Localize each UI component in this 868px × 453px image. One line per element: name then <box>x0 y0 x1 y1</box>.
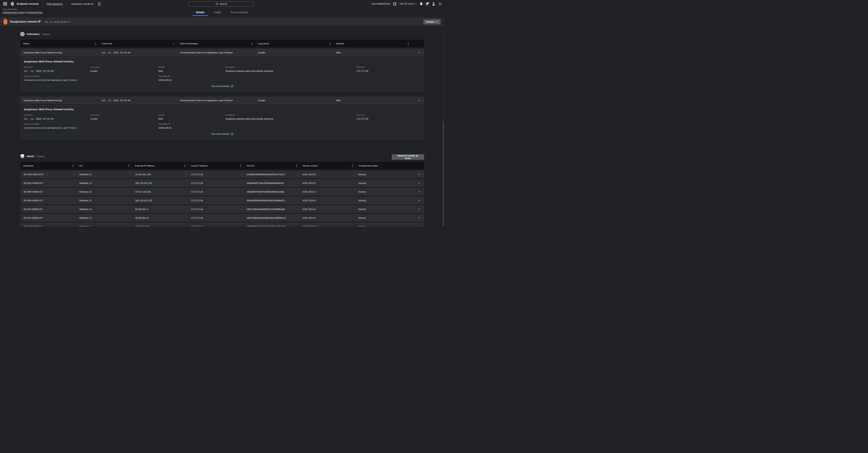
column-label: Local IP Address <box>191 165 208 167</box>
column-header-event-time[interactable]: Event time <box>101 42 180 45</box>
os: Windows 10 <box>79 199 135 202</box>
sort-icon[interactable] <box>184 164 186 167</box>
column-header-local-ip[interactable]: Local IP Address <box>191 164 247 167</box>
tab-events-timeline[interactable]: Events timeline <box>227 10 252 17</box>
chevron-down-icon <box>436 21 438 22</box>
indicator-detail-card: Suspicious Web Proxy Allowed Activity Ev… <box>21 57 424 91</box>
column-header-name[interactable]: Name <box>23 42 101 45</box>
local-ip: 172.17.0.26 <box>191 182 247 185</box>
chevron-down-icon[interactable] <box>414 174 424 175</box>
column-header-external-ip[interactable]: External IP Address <box>135 164 191 167</box>
external-link-icon <box>231 85 233 87</box>
sort-icon[interactable] <box>128 164 130 167</box>
indicator-row[interactable]: Suspicious Web Proxy Allowed Activity Ju… <box>21 49 424 56</box>
os: Windows 10 <box>79 217 135 219</box>
see-event-details-link[interactable]: See event details <box>21 85 424 87</box>
host-row[interactable]: SE-ZSA-WIN10-DT Windows 10 54.190.46.72 … <box>21 206 424 213</box>
data-sources-icon[interactable] <box>393 2 396 6</box>
network-contain-all-hosts-button[interactable]: Network contain all hosts <box>392 154 424 160</box>
sort-icon[interactable] <box>351 164 353 167</box>
hostname: SE-ZSA-WIN10-DT <box>24 217 79 219</box>
host-row[interactable]: SE-CRO-WIN10-DT Windows 10 34.220.251.14… <box>21 171 424 178</box>
messages-icon[interactable] <box>426 2 429 5</box>
menu-icon[interactable] <box>2 2 8 6</box>
tenant-name: XDR SE Demo <box>399 3 414 5</box>
column-label: Domain <box>336 42 344 45</box>
external-link-icon <box>231 133 233 135</box>
hosts-table: Hostname OS External IP Address Local IP… <box>21 162 424 227</box>
column-header-log-source[interactable]: Log source <box>258 42 336 45</box>
column-header-host-id[interactable]: Host ID <box>247 164 303 167</box>
column-header-sensor-version[interactable]: Sensor version <box>303 164 359 167</box>
global-search-input[interactable]: Search <box>189 1 254 6</box>
chevron-down-icon[interactable] <box>414 182 424 184</box>
column-header-containment-status[interactable]: Containment status <box>359 165 414 167</box>
host-row[interactable]: SE-RPA-WIN10-DT Windows 10 157.97.134.23… <box>21 188 424 195</box>
tactic-technique-link[interactable]: Command and Control via Application Laye… <box>24 79 158 81</box>
detection-tabs: Details Graph Events timeline <box>192 10 252 17</box>
host-id: bfb27ad62ab348a997ac0c0bbf65daf0 <box>247 208 303 210</box>
technique-link[interactable]: External Proxy <box>28 11 42 14</box>
indicator-name: Suspicious Web Proxy Allowed Activity <box>24 99 101 102</box>
host-id: 489a8f5f70b5479e946fc5854cf1c58e <box>247 191 303 193</box>
hosts-title: Hosts <box>27 155 34 158</box>
sort-icon[interactable] <box>95 42 96 45</box>
containment-status: Normal <box>358 199 414 202</box>
host-row[interactable]: SE-RPA-WIN10-DT Windows 10 185.219.141.2… <box>21 197 424 204</box>
containment-status: Normal <box>358 182 414 185</box>
chevron-down-icon[interactable] <box>414 200 424 201</box>
chevron-down-icon[interactable] <box>414 226 424 227</box>
sensor-version: 6.56.17010.0 <box>303 173 359 176</box>
column-header-tactic[interactable]: Tactic & technique <box>180 42 258 45</box>
top-bar: Endpoint security XDR detections › Suspi… <box>0 0 444 8</box>
column-label: Tactic & technique <box>180 42 198 45</box>
sort-asc-icon[interactable] <box>173 42 175 45</box>
breadcrumb-xdr-detections[interactable]: XDR detections <box>46 3 63 5</box>
chevron-down-icon[interactable] <box>414 217 424 219</box>
sort-icon[interactable] <box>240 164 242 167</box>
indicator-row[interactable]: Suspicious Web Proxy Allowed Activity Ju… <box>21 97 424 104</box>
actions-button[interactable]: Actions <box>424 19 441 24</box>
sort-icon[interactable] <box>72 164 74 167</box>
log-source-value: Zscaler <box>90 70 158 72</box>
sort-icon[interactable] <box>329 42 331 45</box>
sort-icon[interactable] <box>296 164 298 167</box>
tab-details[interactable]: Details <box>192 10 208 17</box>
hostname: XDR-STU-WIN10-1 <box>24 225 79 227</box>
tactic-technique-banner: Tactic & technique Command and Control v… <box>2 8 42 14</box>
chevron-up-icon[interactable] <box>414 52 424 53</box>
tactic-technique-link[interactable]: Command and Control via Application Laye… <box>24 126 158 129</box>
tab-graph[interactable]: Graph <box>210 10 225 17</box>
local-ip: 172.17.0.26 <box>191 225 247 227</box>
column-header-domain[interactable]: Domain <box>336 42 414 45</box>
notifications-bell-icon[interactable] <box>420 2 423 5</box>
host-row[interactable]: SE-ZSA-WIN10-DT Windows 10 35.89.186.117… <box>21 214 424 221</box>
scrollbar-thumb[interactable] <box>443 122 444 227</box>
see-event-details-link[interactable]: See event details <box>21 133 424 135</box>
theme-brightness-icon[interactable] <box>438 2 442 6</box>
hostname: SE-KKU-WIN10-DT <box>24 182 79 185</box>
search-placeholder: Search <box>220 3 227 5</box>
column-header-os[interactable]: OS <box>79 164 135 167</box>
external-ip: 34.220.251.149 <box>135 173 191 176</box>
chevron-up-icon[interactable] <box>414 100 424 101</box>
chevron-down-icon[interactable] <box>414 208 424 210</box>
hostname: SE-CRO-WIN10-DT <box>24 173 79 176</box>
bookmark-icon[interactable] <box>98 2 100 5</box>
host-row[interactable]: SE-KKU-WIN10-DT Windows 10 185.219.141.2… <box>21 179 424 187</box>
hosts-section-header: Hosts 7 items <box>20 154 44 158</box>
severity-hexagon-icon <box>3 19 7 25</box>
tenant-selector[interactable]: XDR SE Demo <box>399 3 417 5</box>
indicator-event-time: Jul. 11, 2023 19:19:44 <box>101 51 180 54</box>
local-ip: 172.17.0.26 <box>191 191 247 193</box>
host-row[interactable]: XDR-STU-WIN10-1 Windows 7 18.236.64.175 … <box>21 223 424 227</box>
hostname: SE-ZSA-WIN10-DT <box>24 208 79 210</box>
tactic-link[interactable]: Command and Control <box>2 11 24 14</box>
chevron-down-icon[interactable] <box>414 191 424 192</box>
user-profile-icon[interactable] <box>432 2 435 5</box>
sort-icon[interactable] <box>407 42 409 45</box>
column-header-hostname[interactable]: Hostname <box>23 164 79 167</box>
sort-icon[interactable] <box>251 42 253 45</box>
column-label: Event time <box>101 42 112 45</box>
active-search-label: Search@66bb55ad <box>371 3 390 5</box>
